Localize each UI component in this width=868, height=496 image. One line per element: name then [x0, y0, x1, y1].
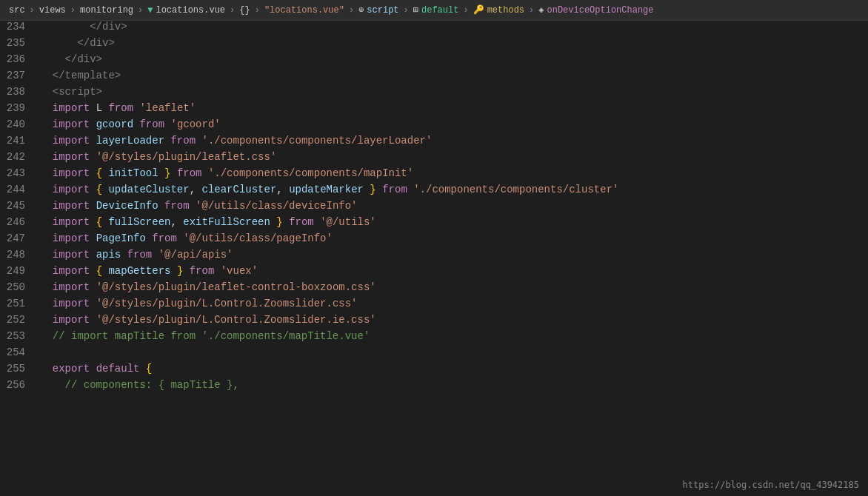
token-kw: from	[152, 232, 177, 244]
bc-brace: {}	[239, 5, 250, 16]
line-content: import '@/styles/plugin/leaflet-control-…	[37, 281, 868, 293]
token-plain	[170, 265, 176, 277]
line-number: 237	[0, 70, 37, 81]
line-number: 256	[0, 379, 37, 391]
token-tag: </template>	[53, 70, 121, 81]
token-plain	[90, 118, 96, 130]
line-number: 254	[0, 346, 37, 358]
token-kw: from	[139, 118, 164, 130]
token-indent	[40, 21, 90, 33]
token-plain	[90, 184, 96, 195]
token-indent	[40, 314, 53, 326]
token-id: mapGetters	[108, 265, 170, 277]
line-content: <script>	[37, 86, 868, 98]
token-plain	[90, 265, 96, 277]
token-str: '@/utils/class/pageInfo'	[183, 232, 333, 244]
line-number: 247	[0, 232, 37, 244]
token-indent	[40, 135, 53, 147]
code-line: 254	[0, 346, 868, 363]
token-kw: import	[53, 200, 90, 212]
line-number: 250	[0, 281, 37, 293]
code-line: 244 import { updateCluster, clearCluster…	[0, 184, 868, 200]
token-indent	[40, 102, 53, 114]
line-number: 246	[0, 216, 37, 228]
token-plain: ,	[170, 216, 183, 228]
line-number: 243	[0, 167, 37, 179]
code-line: 243 import { initTool } from './componen…	[0, 167, 868, 184]
code-line: 236 </div>	[0, 53, 868, 70]
token-plain	[202, 167, 208, 179]
bc-views: views	[39, 5, 66, 16]
code-line: 249 import { mapGetters } from 'vuex'	[0, 265, 868, 281]
token-kw: default	[96, 363, 140, 375]
token-brace: {	[96, 216, 102, 228]
token-kw: import	[53, 314, 90, 326]
bc-default-icon: ⊞	[413, 4, 418, 16]
token-indent	[40, 200, 53, 212]
token-plain	[90, 314, 96, 326]
line-number: 238	[0, 86, 37, 98]
code-line: 242 import '@/styles/plugin/leaflet.css'	[0, 151, 868, 167]
bc-sep: ›	[255, 5, 260, 16]
token-plain	[90, 281, 96, 293]
token-brace: {	[96, 184, 102, 195]
bc-method-icon: ◈	[538, 4, 544, 16]
line-content: import gcoord from 'gcoord'	[37, 118, 868, 130]
token-str: '@/styles/plugin/leaflet-control-boxzoom…	[96, 281, 376, 293]
code-line: 255 export default {	[0, 363, 868, 379]
token-plain	[139, 363, 145, 375]
code-line: 238 <script>	[0, 86, 868, 102]
token-plain	[283, 216, 289, 228]
line-content: import { mapGetters } from 'vuex'	[37, 265, 868, 277]
token-str: './components/components/cluster'	[413, 184, 618, 195]
line-number: 240	[0, 118, 37, 130]
token-brace: {	[146, 363, 152, 375]
token-str: '@/styles/plugin/L.Control.Zoomslider.ie…	[96, 314, 376, 326]
token-plain: ,	[276, 184, 289, 195]
bc-default: default	[421, 5, 458, 16]
bc-sep: ›	[349, 5, 354, 16]
line-content: import layerLoader from './components/co…	[37, 135, 868, 147]
line-number: 249	[0, 265, 37, 277]
bc-methods-icon: 🔑	[473, 4, 484, 16]
line-number: 236	[0, 53, 37, 65]
line-content: export default {	[37, 363, 868, 375]
token-indent	[40, 86, 53, 98]
token-indent	[40, 298, 53, 309]
code-line: 251 import '@/styles/plugin/L.Control.Zo…	[0, 298, 868, 314]
token-kw: import	[53, 151, 90, 163]
token-indent	[40, 118, 53, 130]
bc-string: "locations.vue"	[264, 5, 344, 16]
token-plain	[146, 232, 152, 244]
line-content: import PageInfo from '@/utils/class/page…	[37, 232, 868, 244]
token-tag: <script>	[53, 86, 102, 98]
token-indent	[40, 281, 53, 293]
token-kw: import	[53, 184, 90, 195]
bc-sep: ›	[138, 5, 143, 16]
token-tag: </div>	[90, 21, 127, 33]
token-kw: from	[108, 102, 133, 114]
line-number: 251	[0, 298, 37, 309]
token-indent	[40, 184, 53, 195]
token-indent	[40, 216, 53, 228]
token-indent	[40, 37, 77, 49]
token-plain	[90, 200, 96, 212]
code-line: 247 import PageInfo from '@/utils/class/…	[0, 232, 868, 249]
token-kw: from	[289, 216, 314, 228]
token-plain: L	[90, 102, 108, 114]
token-plain	[158, 167, 164, 179]
token-id: gcoord	[96, 118, 133, 130]
token-brace: {	[96, 167, 102, 179]
token-kw: import	[53, 281, 90, 293]
bc-sep: ›	[30, 5, 35, 16]
line-content: import { initTool } from './components/c…	[37, 167, 868, 179]
token-id: PageInfo	[96, 232, 146, 244]
token-kw: import	[53, 249, 90, 261]
code-area: 234 </div>235 </div>236 </div>237 </temp…	[0, 21, 868, 496]
token-brace: }	[276, 216, 282, 228]
token-kw: from	[190, 265, 215, 277]
token-kw: from	[177, 167, 202, 179]
token-indent	[40, 167, 53, 179]
token-brace: {	[96, 265, 102, 277]
bc-sep: ›	[529, 5, 534, 16]
